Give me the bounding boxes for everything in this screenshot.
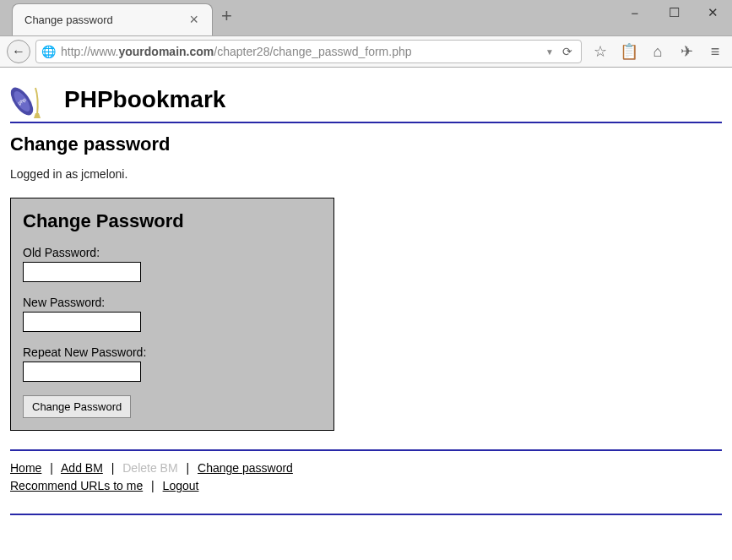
new-password-label: New Password: (23, 296, 322, 309)
reload-button[interactable]: ⟳ (559, 45, 576, 58)
close-window-button[interactable]: ✕ (693, 0, 732, 25)
php-logo-icon: php (10, 81, 56, 118)
bookmark-star-icon[interactable]: ☆ (590, 42, 610, 61)
maximize-button[interactable]: ☐ (654, 0, 693, 25)
url-box[interactable]: 🌐 http://www.yourdomain.com/chapter28/ch… (35, 40, 582, 63)
change-password-form: Change Password Old Password: New Passwo… (10, 198, 334, 431)
repeat-password-label: Repeat New Password: (23, 345, 322, 359)
page-title: Change password (10, 133, 722, 155)
back-button[interactable]: ← (7, 40, 30, 63)
new-password-input[interactable] (23, 312, 141, 332)
clipboard-icon[interactable]: 📋 (619, 42, 639, 61)
url-path: /chapter28/change_passwd_form.php (214, 45, 411, 58)
footer-change-password-link[interactable]: Change password (198, 461, 293, 475)
footer-home-link[interactable]: Home (10, 461, 41, 475)
footer-logout-link[interactable]: Logout (163, 479, 199, 492)
brand-title: PHPbookmark (64, 86, 225, 113)
footer-divider (10, 449, 722, 451)
url-text: http://www.yourdomain.com/chapter28/chan… (61, 45, 540, 58)
url-domain: yourdomain.com (118, 45, 214, 58)
old-password-label: Old Password: (23, 246, 322, 259)
menu-icon[interactable]: ≡ (705, 43, 725, 61)
new-password-row: New Password: (23, 296, 322, 332)
footer-add-bm-link[interactable]: Add BM (61, 461, 103, 475)
footer-delete-bm-disabled: Delete BM (122, 461, 177, 475)
globe-icon: 🌐 (41, 45, 56, 58)
brand-divider (10, 122, 722, 123)
old-password-input[interactable] (23, 262, 141, 282)
footer-divider-bottom (10, 514, 722, 515)
footer-sep: | (151, 479, 155, 492)
old-password-row: Old Password: (23, 246, 322, 282)
send-icon[interactable]: ✈ (676, 42, 697, 61)
form-title: Change Password (23, 210, 322, 232)
address-bar: ← 🌐 http://www.yourdomain.com/chapter28/… (0, 35, 732, 68)
tab-close-button[interactable]: × (186, 11, 202, 29)
url-dropdown-icon[interactable]: ▼ (545, 47, 554, 57)
change-password-button[interactable]: Change Password (23, 395, 131, 418)
window-controls: − ☐ ✕ (615, 0, 732, 25)
url-prefix: http://www. (61, 45, 118, 58)
logged-in-status: Logged in as jcmeloni. (10, 167, 722, 181)
footer-sep: | (187, 461, 190, 475)
footer-sep: | (50, 461, 53, 475)
new-tab-button[interactable]: + (213, 0, 241, 32)
browser-window: − ☐ ✕ Change password × + ← 🌐 http://www… (0, 0, 732, 560)
footer-sep: | (111, 461, 115, 475)
toolbar-icons: ☆ 📋 ⌂ ✈ ≡ (587, 42, 725, 61)
repeat-password-row: Repeat New Password: (23, 345, 322, 382)
brand-header: php PHPbookmark (10, 81, 722, 118)
footer-recommend-link[interactable]: Recommend URLs to me (10, 479, 143, 492)
home-icon[interactable]: ⌂ (648, 43, 668, 61)
minimize-button[interactable]: − (615, 0, 654, 25)
tab-title: Change password (24, 14, 113, 26)
browser-tab[interactable]: Change password × (12, 3, 213, 35)
footer-links: Home | Add BM | Delete BM | Change passw… (10, 459, 722, 495)
title-bar: − ☐ ✕ Change password × + (0, 0, 732, 35)
repeat-password-input[interactable] (23, 362, 141, 382)
page-content: php PHPbookmark Change password Logged i… (0, 68, 732, 560)
